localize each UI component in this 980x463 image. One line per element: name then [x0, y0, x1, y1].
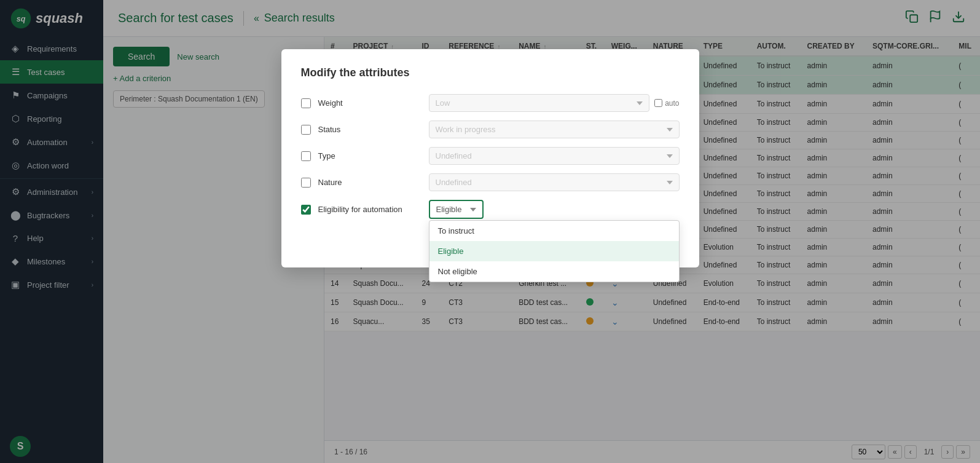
- automation-label: Eligibility for automation: [318, 205, 429, 214]
- automation-checkbox[interactable]: [301, 205, 311, 215]
- weight-checkbox[interactable]: [301, 98, 311, 108]
- auto-checkbox[interactable]: [654, 99, 662, 107]
- nature-checkbox[interactable]: [301, 178, 311, 188]
- automation-select-wrap: To instruct Eligible Not eligible To ins…: [429, 200, 680, 219]
- dropdown-option-not-eligible[interactable]: Not eligible: [429, 261, 679, 282]
- type-label: Type: [318, 151, 429, 160]
- type-checkbox[interactable]: [301, 151, 311, 161]
- automation-select[interactable]: To instruct Eligible Not eligible: [429, 200, 484, 219]
- attr-row-status: Status Work in progress: [301, 121, 680, 138]
- weight-label: Weight: [318, 98, 429, 108]
- attr-row-automation: Eligibility for automation To instruct E…: [301, 200, 680, 219]
- status-checkbox[interactable]: [301, 125, 311, 135]
- auto-label: auto: [665, 99, 679, 108]
- dropdown-option-eligible[interactable]: Eligible: [429, 241, 679, 261]
- type-select[interactable]: Undefined: [429, 147, 680, 165]
- status-label: Status: [318, 125, 429, 134]
- weight-select[interactable]: Low: [429, 94, 650, 112]
- modal-title: Modify the attributes: [301, 66, 680, 79]
- attr-row-nature: Nature Undefined: [301, 173, 680, 191]
- dropdown-option-to-instruct[interactable]: To instruct: [429, 221, 679, 241]
- nature-select[interactable]: Undefined: [429, 173, 680, 191]
- auto-checkbox-wrap: auto: [654, 99, 679, 108]
- automation-dropdown-popup: To instruct Eligible Not eligible: [429, 220, 680, 282]
- nature-label: Nature: [318, 178, 429, 187]
- attr-row-weight: Weight Low auto: [301, 94, 680, 112]
- attr-row-type: Type Undefined: [301, 147, 680, 165]
- modal: Modify the attributes Weight Low auto St…: [281, 49, 699, 267]
- modal-overlay: Modify the attributes Weight Low auto St…: [0, 0, 980, 463]
- status-select[interactable]: Work in progress: [429, 121, 680, 138]
